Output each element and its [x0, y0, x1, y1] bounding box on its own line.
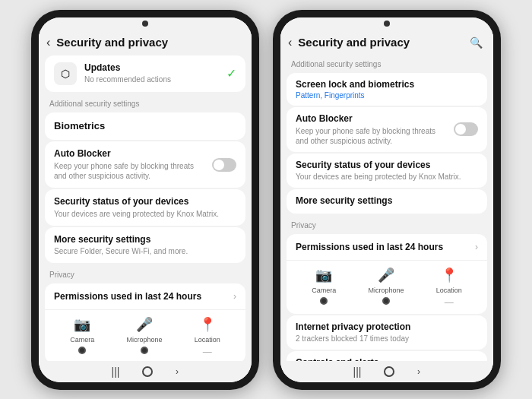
header-2: ‹ Security and privacy 🔍	[280, 31, 493, 54]
updates-icon: ⬡	[54, 62, 77, 85]
internet-privacy-item[interactable]: Internet privacy protection 2 trackers b…	[287, 315, 487, 350]
controls-alerts-item[interactable]: Controls and alerts Control access to th…	[287, 351, 487, 360]
auto-blocker-toggle-2[interactable]	[454, 122, 478, 136]
more-security-card-1: More security settings Secure Folder, Se…	[45, 227, 245, 264]
phone-2: ‹ Security and privacy 🔍 Additional secu…	[273, 10, 501, 390]
security-status-text-2: Security status of your devices Your dev…	[296, 160, 478, 182]
toggle-knob-1	[214, 160, 224, 170]
nav-lines-icon-1[interactable]: |||	[112, 366, 120, 378]
auto-blocker-subtitle-2: Keep your phone safe by blocking threats…	[296, 126, 446, 146]
nav-back-icon-1[interactable]: ‹	[176, 366, 179, 377]
notch-dot-2	[384, 21, 390, 27]
mic-dot-1	[141, 347, 148, 354]
more-security-item-2[interactable]: More security settings	[287, 189, 487, 214]
camera-icon-2: 📷	[315, 267, 332, 283]
camera-icon-1: 📷	[74, 316, 90, 333]
location-dash-2: —	[445, 297, 454, 308]
perm-mic-1: 🎤 Microphone	[126, 316, 162, 357]
nav-bar-2: ||| ‹	[280, 361, 493, 382]
controls-alerts-text: Controls and alerts Control access to th…	[296, 357, 478, 360]
perm-location-1: 📍 Location —	[195, 316, 220, 357]
notch-dot-1	[142, 21, 148, 27]
more-security-card-2: More security settings	[287, 189, 487, 214]
camera-dot-1	[78, 347, 86, 354]
screen-lock-item[interactable]: Screen lock and biometrics Pattern, Fing…	[287, 73, 487, 106]
updates-title: Updates	[84, 62, 219, 74]
updates-check-icon: ✓	[226, 66, 236, 81]
mic-icon-2: 🎤	[378, 267, 394, 283]
chevron-icon-2: ›	[475, 242, 478, 252]
screen-lock-card: Screen lock and biometrics Pattern, Fing…	[287, 73, 487, 106]
perm-mic-2: 🎤 Microphone	[368, 267, 404, 308]
camera-dot-2	[320, 297, 328, 305]
security-status-card-1: Security status of your devices Your dev…	[45, 189, 245, 226]
security-status-card-2: Security status of your devices Your dev…	[287, 154, 487, 188]
additional-section-label-2: Additional security settings	[280, 54, 493, 71]
mic-label-2: Microphone	[368, 287, 404, 294]
auto-blocker-title-2: Auto Blocker	[296, 113, 446, 125]
page-title-1: Security and privacy	[56, 36, 241, 49]
privacy-label-1: Privacy	[39, 264, 252, 282]
auto-blocker-text-2: Auto Blocker Keep your phone safe by blo…	[296, 113, 446, 146]
privacy-label-2: Privacy	[280, 215, 493, 233]
auto-blocker-subtitle-1: Keep your phone safe by blocking threats…	[54, 161, 204, 181]
scroll-area-1[interactable]: ⬡ Updates No recommended actions ✓ Addit…	[39, 54, 252, 361]
nav-back-icon-2[interactable]: ‹	[417, 366, 420, 377]
back-button-2[interactable]: ‹	[288, 36, 292, 49]
back-button-1[interactable]: ‹	[46, 36, 50, 49]
security-status-title-1: Security status of your devices	[54, 196, 236, 208]
more-security-subtitle-1: Secure Folder, Secure Wi-Fi, and more.	[54, 246, 236, 256]
controls-alerts-card: Controls and alerts Control access to th…	[287, 351, 487, 360]
location-label-1: Location	[195, 336, 220, 344]
nav-bar-1: ||| ‹	[39, 361, 252, 382]
nav-home-icon-1[interactable]	[142, 366, 153, 377]
nav-lines-icon-2[interactable]: |||	[353, 366, 362, 378]
permissions-24h-card-2: Permissions used in last 24 hours › 📷 Ca…	[287, 234, 487, 314]
header-1: ‹ Security and privacy	[39, 31, 252, 54]
location-label-2: Location	[436, 287, 462, 294]
security-status-text-1: Security status of your devices Your dev…	[54, 196, 236, 219]
location-icon-2: 📍	[441, 267, 458, 283]
phone-notch-2	[280, 17, 493, 31]
chevron-icon-1: ›	[233, 291, 236, 302]
internet-privacy-card: Internet privacy protection 2 trackers b…	[287, 315, 487, 350]
phone-1: ‹ Security and privacy ⬡ Updates No reco…	[31, 10, 259, 390]
screen-lock-title: Screen lock and biometrics	[296, 79, 478, 91]
nav-home-icon-2[interactable]	[384, 366, 394, 377]
updates-card: ⬡ Updates No recommended actions ✓	[45, 55, 245, 92]
scroll-area-2[interactable]: Additional security settings Screen lock…	[280, 54, 493, 361]
security-status-item-2[interactable]: Security status of your devices Your dev…	[287, 154, 487, 188]
location-icon-1: 📍	[199, 316, 216, 333]
security-status-item-1[interactable]: Security status of your devices Your dev…	[45, 189, 245, 226]
page-title-2: Security and privacy	[298, 36, 464, 49]
updates-subtitle: No recommended actions	[84, 74, 219, 84]
more-security-title-2: More security settings	[296, 195, 478, 207]
auto-blocker-title-1: Auto Blocker	[54, 148, 204, 160]
auto-blocker-item-1[interactable]: Auto Blocker Keep your phone safe by blo…	[45, 141, 245, 188]
more-security-text-2: More security settings	[296, 195, 478, 207]
perm-icons-row-2: 📷 Camera 🎤 Microphone 📍 Location	[287, 261, 487, 314]
internet-privacy-text: Internet privacy protection 2 trackers b…	[296, 321, 478, 344]
security-status-subtitle-1: Your devices are veing protected by Knox…	[54, 209, 236, 219]
search-icon-2[interactable]: 🔍	[470, 36, 483, 49]
perm-icons-row-1: 📷 Camera 🎤 Microphone 📍 Location	[45, 310, 245, 360]
mic-icon-1: 🎤	[136, 316, 153, 333]
toggle-knob-2	[455, 124, 466, 135]
auto-blocker-item-2[interactable]: Auto Blocker Keep your phone safe by blo…	[287, 107, 487, 152]
biometrics-item[interactable]: Biometrics	[45, 112, 245, 141]
biometrics-title: Biometrics	[54, 120, 236, 133]
auto-blocker-text-1: Auto Blocker Keep your phone safe by blo…	[54, 148, 204, 181]
updates-item[interactable]: ⬡ Updates No recommended actions ✓	[45, 55, 245, 92]
location-dash-1: —	[203, 347, 212, 357]
more-security-item-1[interactable]: More security settings Secure Folder, Se…	[45, 227, 245, 264]
mic-label-1: Microphone	[126, 336, 162, 344]
permissions-24h-header-2[interactable]: Permissions used in last 24 hours ›	[287, 234, 487, 261]
security-status-subtitle-2: Your devices are being protected by Knox…	[296, 172, 478, 182]
camera-label-1: Camera	[70, 336, 94, 344]
additional-section-label-1: Additional security settings	[39, 93, 252, 111]
internet-privacy-subtitle: 2 trackers blocked 17 times today	[296, 334, 478, 344]
updates-text: Updates No recommended actions	[84, 62, 219, 85]
auto-blocker-toggle-1[interactable]	[212, 158, 236, 172]
permissions-24h-header-1[interactable]: Permissions used in last 24 hours ›	[45, 283, 245, 310]
screen-lock-link: Pattern, Fingerprints	[296, 91, 478, 100]
